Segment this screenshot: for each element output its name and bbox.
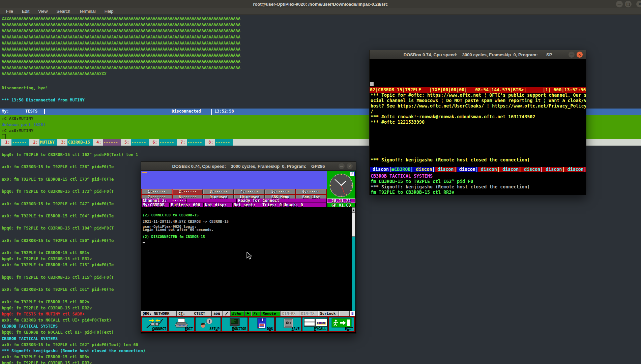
gp-channel-button[interactable]: 1:······	[142, 189, 172, 194]
gp-callsign-field[interactable]	[187, 199, 237, 203]
gp-channel-button[interactable]: 3:······	[203, 189, 234, 194]
channel-tab-name[interactable]: ------	[215, 139, 233, 146]
connect-button[interactable]: CONNECT	[142, 317, 168, 331]
gp-channel-button[interactable]: 6:······	[296, 189, 326, 194]
gp-channel-statusbar: Channel 2: ······ Ready for Connect	[141, 199, 327, 203]
gp-channel-button[interactable]: 4:······	[234, 189, 265, 194]
ctext-button[interactable]: CT: CTEXT	[177, 311, 212, 316]
edit-button[interactable]: EDIT	[169, 317, 194, 331]
maximize-icon[interactable]: ▢	[625, 1, 632, 7]
channel-tab-name[interactable]: MUTINY	[39, 139, 57, 146]
remote-toggle[interactable]: Remote	[261, 311, 281, 316]
minimize-icon[interactable]: —	[569, 52, 575, 58]
gp-channel-button[interactable]: 5:······	[265, 189, 296, 194]
sp-monitor-line: CB3ROB TACTICAL SYSTEMS	[370, 174, 586, 179]
monitor-line: bpq0: fm CB3ROB to NOCALL ctl UI+ pid=F0…	[2, 329, 145, 335]
scrollback-line: AAAAAAAAAAAAAAAAAAAAAAAAAAAAAAAAAAAAAAAA…	[2, 46, 240, 52]
menu-file[interactable]: File	[6, 9, 13, 14]
sp-channel-tab[interactable]: discon|	[478, 167, 500, 172]
sp-channel-tab[interactable]: discon|	[413, 167, 435, 172]
sp-titlebar[interactable]: DOSBox 0.74, Cpu speed: 3000 cycles, Fra…	[370, 50, 586, 59]
terminal-menubar: File Edit View Search Terminal Help	[0, 8, 641, 15]
din-rx-toggle[interactable]: DIN-RX	[281, 311, 299, 316]
gp-quickbar: QRG: NETWORK CT: CTEXT äöü Echo ⚑ 7+ Rem…	[141, 311, 355, 316]
channel-tab-name[interactable]: ------	[103, 139, 121, 146]
gp-channel-button[interactable]: 2:······	[173, 189, 203, 194]
dos-button[interactable]: DOS	[249, 317, 274, 331]
channel-tab[interactable]: 6:------	[149, 139, 177, 146]
channel-tab-number[interactable]: 2:	[29, 139, 39, 146]
close-icon[interactable]: ✕	[636, 1, 641, 7]
minimize-icon[interactable]: —	[616, 1, 623, 7]
channel-tab[interactable]: 3:CB3ROB-15	[57, 139, 93, 146]
sp-tab-separator: |	[475, 167, 478, 172]
menu-search[interactable]: Search	[56, 9, 70, 14]
scroll-up-icon[interactable]: ▲	[352, 207, 355, 212]
channel-tab[interactable]: 1:------	[1, 139, 29, 146]
sp-channel-tab[interactable]: discon|	[500, 167, 521, 172]
channel-tab-name[interactable]: CB3ROB-15	[67, 139, 93, 146]
gp-scrollbar-thumb[interactable]	[352, 212, 355, 237]
scrollback-line: AAAAAAAAAAAAAAAAAAAAAAAAAAAAAAAAAAAAAAAA…	[2, 58, 240, 64]
exit-button[interactable]: EXIT	[329, 317, 354, 331]
sp-channel-tab[interactable]: discon|	[435, 167, 457, 172]
clock-mode-icon[interactable]: F	[350, 172, 355, 176]
qrg-button[interactable]: QRG: NETWORK	[141, 311, 177, 316]
channel-tab-number[interactable]: 5:	[121, 139, 131, 146]
sp-channel-tab[interactable]: discon|	[543, 167, 565, 172]
channel-tab-number[interactable]: 7:	[177, 139, 187, 146]
gp-terminal-line: (2) DISCONNECTED fm CB3ROB-15	[143, 235, 205, 239]
sp-screen[interactable]: 02|CB3ROB-15|T92PLE |IXF|00|00|00| 08:54…	[370, 59, 586, 195]
statusbar-divider	[211, 109, 212, 115]
mycall-button[interactable]: DH1DAE MYCALL	[302, 317, 328, 331]
channel-tab-number[interactable]: 8:	[205, 139, 215, 146]
sp-tab-label: discon	[543, 167, 562, 172]
channel-tab[interactable]: 5:------	[121, 139, 149, 146]
b-indicator[interactable]: B	[350, 311, 355, 316]
minimize-icon[interactable]: —	[339, 163, 345, 169]
gp286-titlebar[interactable]: DOSBox 0.74, Cpu speed: 3000 cycles, Fra…	[141, 162, 356, 171]
echo-toggle[interactable]: Echo	[231, 311, 245, 316]
sp-channel-tab[interactable]: discon|	[565, 167, 586, 172]
channel-tab[interactable]: 7:------	[177, 139, 205, 146]
channel-tab-name[interactable]: ------	[159, 139, 177, 146]
pulse-icon[interactable]	[223, 311, 231, 316]
sp-channel-tab[interactable]: discon|	[457, 167, 478, 172]
terminal-titlebar[interactable]: root@user-OptiPlex-9020: /home/user/Down…	[0, 0, 641, 8]
sp-tab-separator: |	[454, 167, 457, 172]
monitor-line: CB3ROB TACTICAL SYSTEMS	[2, 323, 145, 329]
channel-tab-number[interactable]: 6:	[149, 139, 159, 146]
scrlock-toggle[interactable]: ScrLock	[318, 311, 339, 316]
gp-scrollbar[interactable]: ▲	[352, 207, 355, 311]
din-tx-toggle[interactable]: DIN-TX	[299, 311, 318, 316]
monitor-line: CB3ROB TACTICAL SYSTEMS	[2, 336, 145, 342]
menu-edit[interactable]: Edit	[22, 9, 29, 14]
terminal-title: root@user-OptiPlex-9020: /home/user/Down…	[253, 2, 388, 7]
sp-channel-tab[interactable]: discon|	[370, 167, 391, 172]
menu-terminal[interactable]: Terminal	[79, 9, 96, 14]
channel-tab[interactable]: 4:------	[93, 139, 121, 146]
channel-tab-name[interactable]: ------	[187, 139, 205, 146]
close-icon[interactable]: ✕	[347, 163, 353, 169]
menu-help[interactable]: Help	[105, 9, 114, 14]
channel-tab-name[interactable]: ------	[131, 139, 149, 146]
gp-toolbar: CONNECT EDIT ! SETUP	[141, 316, 355, 332]
sp-channel-tab[interactable]: discon|	[521, 167, 543, 172]
sp-channel-tab[interactable]: ■CB3ROB|	[391, 167, 413, 172]
menu-view[interactable]: View	[38, 9, 48, 14]
gp-channel-buttons: 1:······2:······3:······4:······5:······…	[141, 189, 327, 199]
close-icon[interactable]: ✕	[577, 52, 583, 58]
channel-tab-name[interactable]: ------	[11, 139, 29, 146]
flag-icon[interactable]: ⚑	[245, 311, 252, 316]
channel-tab[interactable]: 8:------	[205, 139, 233, 146]
seven-plus-toggle[interactable]: 7+	[252, 311, 261, 316]
umlaut-button[interactable]: äöü	[212, 311, 223, 316]
channel-tab[interactable]: 2:MUTINY	[29, 139, 57, 146]
monitor-button[interactable]: MONITOR	[222, 317, 247, 331]
channel-tab-number[interactable]: 1:	[1, 139, 11, 146]
channel-tab-number[interactable]: 4:	[93, 139, 103, 146]
setup-button[interactable]: ! SETUP	[195, 317, 221, 331]
save-button[interactable]: SAVE	[275, 317, 301, 331]
gp-entry-area[interactable]	[141, 171, 327, 189]
channel-tab-number[interactable]: 3:	[57, 139, 67, 146]
